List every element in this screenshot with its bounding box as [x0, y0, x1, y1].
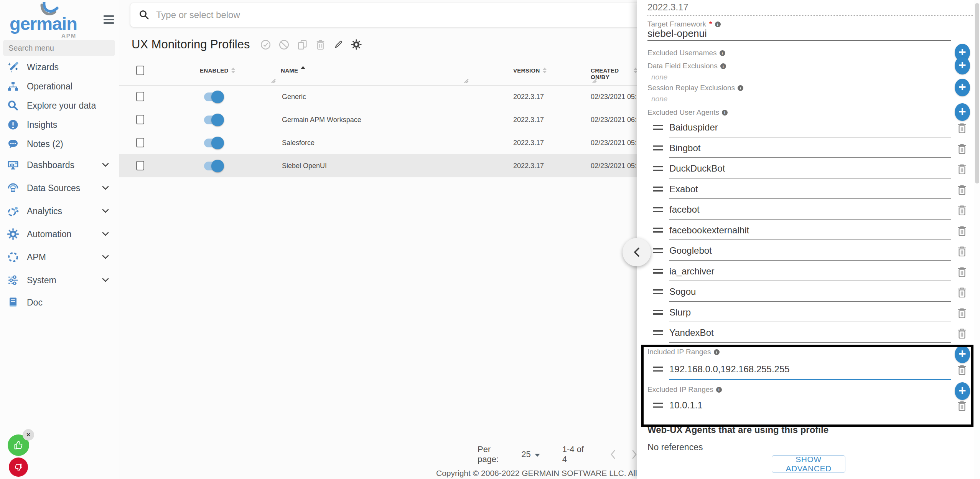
filter-resize-grip-icon[interactable]	[463, 78, 469, 84]
ip-range-value[interactable]: 192.168.0.0,192.168.255.255	[669, 364, 790, 375]
delete-trash-icon[interactable]	[957, 400, 967, 412]
drag-handle-icon[interactable]	[653, 269, 663, 276]
drag-handle-icon[interactable]	[653, 330, 663, 337]
previous-page-button[interactable]	[610, 449, 616, 459]
delete-trash-icon[interactable]	[957, 205, 967, 216]
top-search-input[interactable]	[155, 9, 637, 21]
user-agent-row[interactable]: Googlebot	[637, 241, 980, 262]
row-checkbox[interactable]	[136, 92, 144, 101]
delete-trash-icon[interactable]	[957, 364, 967, 376]
user-agent-row[interactable]: Sogou	[637, 282, 980, 303]
user-agent-row[interactable]: ia_archiver	[637, 262, 980, 283]
drag-handle-icon[interactable]	[653, 187, 663, 194]
drag-handle-icon[interactable]	[653, 166, 663, 173]
user-agent-row[interactable]: Baiduspider	[637, 118, 980, 139]
user-agent-row[interactable]: Slurp	[637, 303, 980, 324]
drag-handle-icon[interactable]	[653, 207, 663, 214]
column-header-name[interactable]: NAME	[281, 67, 305, 74]
user-agent-value[interactable]: Slurp	[669, 307, 691, 318]
delete-trash-icon[interactable]	[957, 328, 967, 339]
sidebar-item-apm[interactable]: APM	[0, 246, 119, 269]
panel-scrollbar-thumb[interactable]	[975, 3, 979, 183]
sidebar-item-explore-your-data[interactable]: Explore your data	[0, 96, 119, 115]
user-agent-value[interactable]: Exabot	[669, 184, 698, 195]
drag-handle-icon[interactable]	[653, 289, 663, 296]
user-agent-value[interactable]: facebot	[669, 204, 700, 215]
duplicate-copy-icon[interactable]	[297, 39, 308, 50]
feedback-thumbs-down-button[interactable]	[9, 458, 28, 477]
ip-range-value[interactable]: 10.0.1.1	[669, 400, 703, 411]
sidebar-item-system[interactable]: System	[0, 269, 119, 292]
user-agent-row[interactable]: DuckDuckBot	[637, 159, 980, 180]
drag-handle-icon[interactable]	[653, 228, 663, 235]
hamburger-menu-icon[interactable]	[104, 15, 114, 26]
column-header-enabled[interactable]: ENABLED	[200, 67, 235, 74]
drag-handle-icon[interactable]	[653, 145, 663, 153]
select-all-checkbox[interactable]	[136, 66, 144, 75]
user-agent-value[interactable]: Bingbot	[669, 143, 700, 154]
per-page-select[interactable]: 25	[521, 449, 540, 459]
enabled-toggle[interactable]	[204, 116, 222, 124]
info-icon[interactable]	[715, 21, 721, 27]
settings-gear-icon[interactable]	[351, 39, 362, 50]
table-row[interactable]: Siebel OpenUI 2022.3.17 02/23/2021 05:53…	[119, 154, 637, 177]
filter-resize-grip-icon[interactable]	[591, 78, 597, 84]
sidebar-item-dashboards[interactable]: Dashboards	[0, 154, 119, 177]
column-header-version[interactable]: VERSION	[513, 67, 547, 74]
drag-handle-icon[interactable]	[653, 310, 663, 317]
delete-trash-icon[interactable]	[957, 287, 967, 298]
enabled-toggle[interactable]	[204, 92, 222, 101]
ip-range-row[interactable]: 192.168.0.0,192.168.255.255	[637, 360, 980, 381]
sidebar-search-input[interactable]	[3, 40, 115, 56]
drag-handle-icon[interactable]	[653, 125, 663, 132]
disable-ban-icon[interactable]	[278, 39, 290, 50]
row-checkbox[interactable]	[136, 115, 144, 124]
filter-resize-grip-icon[interactable]	[270, 78, 276, 84]
user-agent-row[interactable]: facebookexternalhit	[637, 221, 980, 242]
edit-pencil-icon[interactable]	[333, 39, 344, 50]
drag-handle-icon[interactable]	[653, 367, 663, 374]
table-row[interactable]: Germain APM Workspace 2022.3.17 02/23/20…	[119, 108, 637, 131]
add-session-replay-exclusion-button[interactable]	[955, 79, 970, 96]
enabled-toggle[interactable]	[204, 162, 222, 170]
panel-scrollbar-track[interactable]	[974, 0, 980, 479]
enabled-toggle[interactable]	[204, 139, 222, 147]
delete-trash-icon[interactable]	[957, 246, 967, 257]
delete-trash-icon[interactable]	[957, 184, 967, 196]
drag-handle-icon[interactable]	[653, 248, 663, 255]
user-agent-value[interactable]: Baiduspider	[669, 122, 718, 133]
feedback-dismiss-button[interactable]: ×	[23, 429, 34, 441]
add-data-field-exclusion-button[interactable]	[955, 57, 970, 74]
delete-trash-icon[interactable]	[315, 39, 326, 50]
user-agent-row[interactable]: Exabot	[637, 180, 980, 201]
sidebar-item-notes[interactable]: Notes (2)	[0, 134, 119, 154]
sidebar-item-automation[interactable]: Automation	[0, 223, 119, 246]
user-agent-value[interactable]: Googlebot	[669, 245, 712, 256]
panel-collapse-button[interactable]	[623, 238, 651, 266]
row-checkbox[interactable]	[136, 138, 144, 147]
delete-trash-icon[interactable]	[957, 122, 967, 134]
user-agent-row[interactable]: YandexBot	[637, 324, 980, 344]
info-icon[interactable]	[720, 50, 725, 56]
delete-trash-icon[interactable]	[957, 307, 967, 319]
show-advanced-button[interactable]: SHOW ADVANCED	[772, 455, 845, 473]
enable-check-circle-icon[interactable]	[260, 39, 271, 50]
sidebar-item-wizards[interactable]: Wizards	[0, 58, 119, 77]
user-agent-row[interactable]: Bingbot	[637, 139, 980, 160]
delete-trash-icon[interactable]	[957, 164, 967, 175]
row-checkbox[interactable]	[136, 161, 144, 170]
sidebar-item-data-sources[interactable]: Data Sources	[0, 177, 119, 200]
user-agent-row[interactable]: facebot	[637, 200, 980, 221]
user-agent-value[interactable]: DuckDuckBot	[669, 163, 725, 174]
sidebar-item-doc[interactable]: Doc	[0, 292, 119, 313]
delete-trash-icon[interactable]	[957, 225, 967, 237]
table-row[interactable]: Salesforce 2022.3.17 02/23/2021 05:55:	[119, 131, 637, 154]
sidebar-item-insights[interactable]: Insights	[0, 115, 119, 134]
user-agent-value[interactable]: ia_archiver	[669, 266, 714, 277]
info-icon[interactable]	[738, 85, 743, 91]
drag-handle-icon[interactable]	[653, 403, 663, 410]
target-framework-input[interactable]: siebel-openui	[647, 28, 707, 40]
sidebar-item-analytics[interactable]: Analytics	[0, 200, 119, 223]
brand-logo[interactable]: germain	[10, 13, 77, 34]
delete-trash-icon[interactable]	[957, 266, 967, 278]
